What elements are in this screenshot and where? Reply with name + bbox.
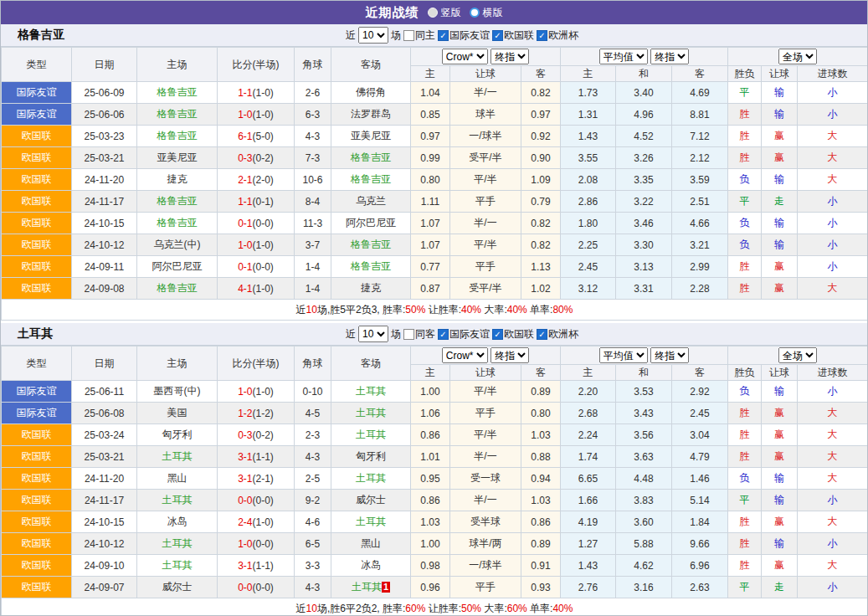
odds-value: 0.86 xyxy=(411,490,450,511)
match-type-badge: 欧国联 xyxy=(2,468,72,490)
goals-result: 大 xyxy=(798,446,868,468)
halftime-score: (0-0) xyxy=(253,261,274,273)
average-odds-value: 9.66 xyxy=(672,533,728,555)
average-odds-value: 2.20 xyxy=(561,381,616,403)
league-nations-checkbox[interactable]: ✓ 欧国联 xyxy=(492,28,534,43)
average-odds-value: 2.12 xyxy=(672,147,728,169)
league-euro-checkbox[interactable]: ✓ 欧洲杯 xyxy=(537,28,578,43)
home-team: 格鲁吉亚 xyxy=(137,278,218,300)
league-nations-label: 欧国联 xyxy=(504,28,534,43)
match-date: 24-11-20 xyxy=(72,169,137,191)
average-odds-value: 6.65 xyxy=(561,468,616,490)
average-odds-value: 3.40 xyxy=(616,82,672,104)
halftime-score: (2-0) xyxy=(253,174,274,186)
winloss-result: 胜 xyxy=(728,256,762,278)
away-team: 土耳其1 xyxy=(331,577,411,598)
halftime-score: (1-1) xyxy=(253,560,274,572)
odds-value: 1.01 xyxy=(411,446,450,468)
winloss-result: 平 xyxy=(728,82,762,104)
match-date: 25-03-21 xyxy=(72,147,137,169)
match-type-badge: 欧国联 xyxy=(2,424,72,446)
league-euro-checkbox[interactable]: ✓ 欧洲杯 xyxy=(537,327,578,341)
league-friendly-checkbox[interactable]: ✓ 国际友谊 xyxy=(438,28,490,43)
checkbox-checked-icon[interactable]: ✓ xyxy=(492,30,503,41)
match-type-badge: 欧国联 xyxy=(2,278,72,300)
winloss-result: 胜 xyxy=(728,424,762,446)
score-cell: 1-1(0-1) xyxy=(218,191,295,213)
match-type-badge: 国际友谊 xyxy=(2,381,72,403)
home-team-name: 美国 xyxy=(167,407,187,418)
odds-value: 1.03 xyxy=(521,424,561,446)
checkbox-checked-icon[interactable]: ✓ xyxy=(537,329,547,340)
checkbox-unchecked-icon[interactable] xyxy=(403,329,414,340)
checkbox-checked-icon[interactable]: ✓ xyxy=(492,329,503,340)
odds-value: 一/球半 xyxy=(450,126,521,147)
same-venue-checkbox[interactable]: 同客 xyxy=(403,327,435,341)
odds-final-select[interactable]: 终指 xyxy=(490,347,529,363)
summary-segment: 场,胜6平2负2, 胜率: xyxy=(317,603,405,614)
checkbox-checked-icon[interactable]: ✓ xyxy=(438,30,449,41)
col-header-handicap-result: 让球 xyxy=(762,365,798,381)
home-team: 格鲁吉亚 xyxy=(137,126,218,147)
checkbox-checked-icon[interactable]: ✓ xyxy=(438,329,449,340)
average-odds-value: 2.68 xyxy=(561,403,616,424)
halftime-score: (1-0) xyxy=(253,283,274,295)
score-cell: 2-4(1-0) xyxy=(218,511,295,533)
radio-selected-icon[interactable] xyxy=(428,8,438,18)
odds-value: 0.88 xyxy=(521,446,561,468)
odds-value: 平/半 xyxy=(450,424,521,446)
summary-segment: 大率: xyxy=(481,603,507,614)
winloss-result: 胜 xyxy=(728,104,762,126)
match-count-select[interactable]: 10 xyxy=(358,326,388,342)
fulltime-score: 1-0 xyxy=(238,386,252,398)
odds-value: 0.82 xyxy=(521,82,561,104)
odds-value: 0.93 xyxy=(521,577,561,598)
average-odds-value: 3.31 xyxy=(616,278,672,300)
home-team: 格鲁吉亚 xyxy=(137,213,218,234)
match-count-select[interactable]: 10 xyxy=(358,27,388,44)
summary-segment: 大率: xyxy=(481,304,507,316)
odds-value: 平手 xyxy=(450,256,521,278)
average-odds-value: 6.96 xyxy=(672,555,728,577)
average-select[interactable]: 平均值 xyxy=(599,347,648,363)
summary-segment: 单率: xyxy=(527,603,553,614)
average-final-select[interactable]: 终指 xyxy=(650,49,689,64)
checkbox-checked-icon[interactable]: ✓ xyxy=(537,30,547,41)
recent-results-panel: 近期战绩 竖版 横版 格鲁吉亚 近 10 场 同主 ✓ 国际友谊 ✓ xyxy=(0,0,868,616)
match-row: 欧国联25-03-24匈牙利0-3(0-2)2-3土耳其0.86平/半1.032… xyxy=(2,424,868,446)
same-venue-checkbox[interactable]: 同主 xyxy=(403,28,435,43)
match-type-badge: 欧国联 xyxy=(2,533,72,555)
league-nations-checkbox[interactable]: ✓ 欧国联 xyxy=(492,327,534,341)
odds-source-select[interactable]: Crow* xyxy=(442,347,488,363)
league-friendly-checkbox[interactable]: ✓ 国际友谊 xyxy=(438,327,490,341)
handicap-result: 赢 xyxy=(762,511,798,533)
fulltime-score: 4-1 xyxy=(238,283,252,295)
handicap-result: 输 xyxy=(762,533,798,555)
layout-radio-horizontal[interactable]: 横版 xyxy=(470,6,503,20)
col-header-odds-away: 客 xyxy=(521,365,561,381)
col-header-avg-home: 主 xyxy=(561,365,616,381)
average-final-select[interactable]: 终指 xyxy=(650,347,689,363)
average-select[interactable]: 平均值 xyxy=(599,49,648,64)
goals-result: 大 xyxy=(798,403,868,424)
goals-result: 小 xyxy=(798,82,868,104)
radio-unselected-icon[interactable] xyxy=(470,8,480,18)
checkbox-unchecked-icon[interactable] xyxy=(403,30,414,41)
corners-score: 6-3 xyxy=(295,104,331,126)
odds-source-select[interactable]: Crow* xyxy=(442,49,488,64)
layout-radio-vertical[interactable]: 竖版 xyxy=(428,6,461,20)
home-team-name: 乌克兰(中) xyxy=(154,239,201,250)
average-odds-value: 3.35 xyxy=(616,169,672,191)
odds-final-select[interactable]: 终指 xyxy=(490,49,529,64)
odds-value: 0.87 xyxy=(411,278,450,300)
summary-text: 近10场,胜5平2负3, 胜率:50% 让胜率:40% 大率:40% 单率:80… xyxy=(2,300,868,321)
home-team-name: 土耳其 xyxy=(162,450,193,462)
odds-value: 0.92 xyxy=(521,126,561,147)
match-date: 25-06-06 xyxy=(72,104,137,126)
fulltime-select[interactable]: 全场 xyxy=(778,347,817,363)
near-label: 近 xyxy=(346,28,356,43)
fulltime-score: 0-3 xyxy=(238,152,252,164)
fulltime-select[interactable]: 全场 xyxy=(778,49,817,64)
col-header-avg-draw: 和 xyxy=(616,66,672,82)
corners-score: 4-5 xyxy=(295,403,331,424)
